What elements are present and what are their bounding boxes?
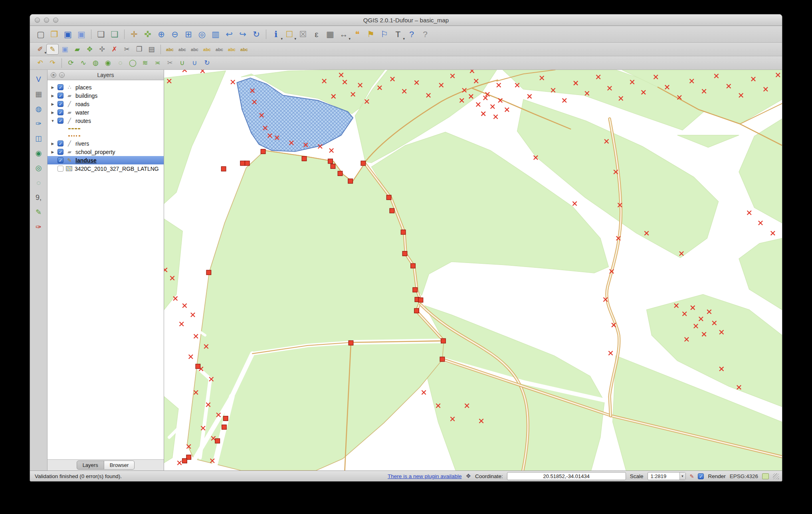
field-calculator-icon[interactable]: ε (310, 28, 323, 41)
titlebar[interactable]: QGIS 2.0.1-Dufour – basic_map (30, 14, 782, 26)
move-feature-icon[interactable]: ✥ (83, 44, 96, 55)
zoom-last-icon[interactable]: ↩ (222, 28, 236, 41)
layer-name[interactable]: water (75, 109, 89, 116)
pan-map-icon[interactable]: ✛ (127, 28, 141, 41)
save-project-icon[interactable]: ▣ (61, 28, 75, 41)
rotate-label-icon[interactable]: abc (188, 44, 201, 55)
scale-dropdown-icon[interactable]: ▼ (679, 472, 685, 480)
crs-status-icon[interactable] (762, 473, 769, 479)
layer-item-buildings[interactable]: ▶✓▰buildings (48, 91, 164, 100)
expand-arrow-icon[interactable]: ▶ (50, 142, 55, 146)
cut-features-icon[interactable]: ✂ (121, 44, 133, 55)
toggle-editing-icon[interactable]: ✎ (46, 44, 59, 55)
new-print-composer-icon[interactable]: ❏ (94, 28, 108, 41)
expand-arrow-icon[interactable]: ▶ (50, 111, 55, 115)
legend-symbol-row[interactable] (48, 132, 164, 139)
node-tool-icon[interactable]: ✣ (96, 44, 108, 55)
add-wfs-layer-icon[interactable]: ◌ (33, 177, 45, 188)
plugin-available-link[interactable]: There is a new plugin available (388, 473, 461, 479)
coordinate-input[interactable] (507, 472, 626, 480)
plugin-icon[interactable]: ❖ (465, 472, 471, 480)
zoom-full-icon[interactable]: ⊞ (182, 28, 195, 41)
rotate-point-symbols-icon[interactable]: ↻ (201, 57, 213, 68)
close-button[interactable] (35, 18, 40, 23)
scale-combo[interactable]: 1:2819 ▼ (648, 472, 686, 480)
show-bookmarks-icon[interactable]: ⚐ (378, 28, 391, 41)
legend-symbol-row[interactable] (48, 125, 164, 132)
layer-item-school_property[interactable]: ▶✓▰school_property (48, 148, 164, 156)
expand-arrow-icon[interactable]: ▼ (50, 119, 55, 123)
add-wcs-layer-icon[interactable]: ◎ (33, 162, 45, 174)
zoom-in-icon[interactable]: ⊕ (154, 28, 168, 41)
delete-ring-icon[interactable]: ◌ (114, 57, 127, 68)
layer-item-3420C_2010_327_RGB_LATLNG[interactable]: 3420C_2010_327_RGB_LATLNG (48, 164, 164, 173)
merge-features-icon[interactable]: ∪ (176, 57, 188, 68)
help-contents-icon[interactable]: ? (405, 28, 418, 41)
merge-attributes-icon[interactable]: ∪ (188, 57, 201, 68)
refresh-map-icon[interactable]: ↻ (250, 28, 263, 41)
layer-visibility-checkbox[interactable]: ✓ (57, 84, 63, 90)
new-spatialite-layer-icon[interactable]: ✑ (33, 221, 45, 233)
add-part-icon[interactable]: ◉ (102, 57, 114, 68)
layer-name[interactable]: routes (75, 118, 91, 124)
delete-part-icon[interactable]: ◯ (127, 57, 139, 68)
show-hide-labels-icon[interactable]: abc (213, 44, 226, 55)
layer-visibility-checkbox[interactable]: ✓ (57, 157, 63, 163)
select-features-icon[interactable]: ☐▾ (283, 28, 296, 41)
layer-item-places[interactable]: ▶✓∴places (48, 83, 164, 91)
zoom-to-layer-icon[interactable]: ▥ (209, 28, 222, 41)
map-tips-icon[interactable]: ❝ (351, 28, 364, 41)
redo-icon[interactable]: ↷ (46, 57, 59, 68)
reshape-features-icon[interactable]: ≋ (139, 57, 151, 68)
add-mssql-layer-icon[interactable]: ◫ (33, 133, 45, 144)
copy-features-icon[interactable]: ❐ (133, 44, 145, 55)
layer-visibility-checkbox[interactable]: ✓ (57, 140, 63, 146)
layer-name[interactable]: buildings (75, 93, 97, 99)
measure-icon[interactable]: ↔▾ (337, 28, 351, 41)
current-edits-icon[interactable]: ✐▾ (34, 44, 46, 55)
identify-features-icon[interactable]: ℹ▾ (269, 28, 283, 41)
zoom-out-icon[interactable]: ⊖ (168, 28, 182, 41)
layer-item-roads[interactable]: ▶✓╱roads (48, 100, 164, 108)
text-annotation-icon[interactable]: T▾ (391, 28, 405, 41)
layer-name[interactable]: places (75, 84, 91, 91)
move-label-icon[interactable]: abc (176, 44, 188, 55)
new-bookmark-icon[interactable]: ⚑ (364, 28, 378, 41)
paste-features-icon[interactable]: ▤ (145, 44, 158, 55)
zoom-next-icon[interactable]: ↪ (236, 28, 250, 41)
layer-item-rivers[interactable]: ▶✓╱rivers (48, 139, 164, 148)
layer-labeling-options-icon[interactable]: abc (164, 44, 176, 55)
add-vector-layer-icon[interactable]: V (33, 74, 45, 85)
expand-arrow-icon[interactable]: ▶ (50, 94, 55, 98)
layer-name[interactable]: 3420C_2010_327_RGB_LATLNG (75, 166, 159, 172)
split-features-icon[interactable]: ✂ (164, 57, 176, 68)
layer-visibility-checkbox[interactable]: ✓ (57, 149, 63, 155)
pin-unpin-labels-icon[interactable]: abc (201, 44, 213, 55)
delete-selected-icon[interactable]: ✗ (108, 44, 121, 55)
attribute-table-icon[interactable]: ▦ (323, 28, 337, 41)
minimize-button[interactable] (44, 18, 49, 23)
resize-grip[interactable] (773, 473, 779, 479)
expand-arrow-icon[interactable]: ▶ (50, 85, 55, 89)
scale-edit-icon[interactable]: ✎ (690, 473, 694, 479)
add-postgis-layer-icon[interactable]: ◍ (33, 103, 45, 115)
layer-item-water[interactable]: ▶✓▰water (48, 108, 164, 117)
rotate-feature-icon[interactable]: ⟳ (65, 57, 77, 68)
layer-name[interactable]: school_property (75, 149, 115, 155)
offset-curve-icon[interactable]: ≍ (151, 57, 164, 68)
layer-visibility-checkbox[interactable]: ✓ (57, 93, 63, 99)
zoom-to-selection-icon[interactable]: ◎ (195, 28, 209, 41)
layer-name[interactable]: roads (75, 101, 89, 107)
simplify-feature-icon[interactable]: ∿ (77, 57, 89, 68)
add-raster-layer-icon[interactable]: ▦ (33, 89, 45, 100)
tab-layers[interactable]: Layers (77, 461, 104, 470)
layer-name[interactable]: landuse (75, 157, 97, 164)
open-project-icon[interactable]: ❐ (48, 28, 61, 41)
add-delimited-text-layer-icon[interactable]: 9, (33, 192, 45, 203)
change-label-properties-icon[interactable]: abc (238, 44, 250, 55)
highlight-pinned-labels-icon[interactable]: abc (226, 44, 238, 55)
layer-visibility-checkbox[interactable]: ✓ (57, 109, 63, 115)
layer-visibility-checkbox[interactable]: ✓ (57, 101, 63, 107)
pan-to-selection-icon[interactable]: ✜ (141, 28, 154, 41)
zoom-button[interactable] (53, 18, 58, 23)
